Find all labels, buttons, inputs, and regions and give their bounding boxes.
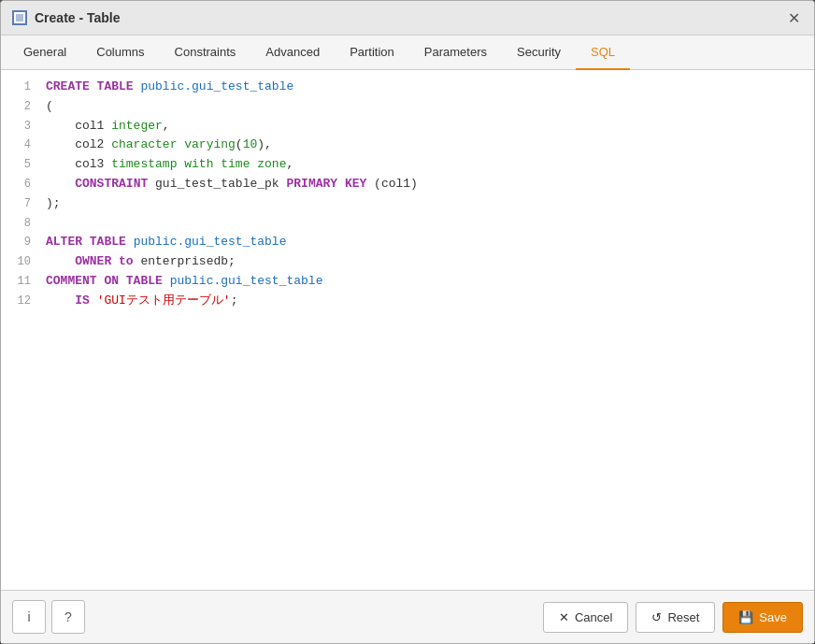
create-table-dialog: Create - Table ✕ General Columns Constra… — [0, 0, 815, 644]
save-icon: 💾 — [738, 610, 753, 624]
code-line-12: 12 IS 'GUIテスト用テーブル'; — [1, 292, 814, 311]
save-label: Save — [759, 610, 787, 624]
code-line-10: 10 OWNER to enterprisedb; — [1, 252, 814, 272]
info-button[interactable]: i — [12, 600, 46, 634]
line-number: 3 — [8, 118, 31, 136]
code-content: ( — [46, 97, 53, 117]
line-number: 8 — [8, 215, 31, 233]
cancel-button[interactable]: ✕ Cancel — [543, 602, 628, 633]
code-content: col2 character varying(10), — [46, 136, 272, 155]
code-line-2: 2 ( — [1, 97, 814, 117]
footer: i ? ✕ Cancel ↺ Reset 💾 Save — [1, 590, 814, 643]
line-number: 12 — [8, 293, 31, 310]
tab-columns[interactable]: Columns — [81, 36, 159, 70]
tab-bar: General Columns Constraints Advanced Par… — [1, 36, 814, 70]
tab-constraints[interactable]: Constraints — [160, 36, 251, 70]
code-line-3: 3 col1 integer, — [1, 117, 814, 136]
code-content: IS 'GUIテスト用テーブル'; — [46, 292, 237, 311]
title-bar: Create - Table ✕ — [1, 1, 814, 36]
footer-left: i ? — [12, 600, 85, 634]
help-button[interactable]: ? — [51, 600, 85, 634]
line-number: 6 — [8, 176, 31, 193]
dialog-title: Create - Table — [35, 10, 121, 25]
line-number: 7 — [8, 195, 31, 213]
code-content: CONSTRAINT gui_test_table_pk PRIMARY KEY… — [46, 175, 418, 194]
code-content: ); — [46, 194, 61, 214]
code-line-8: 8 — [1, 214, 814, 234]
sql-editor-area[interactable]: 1 CREATE TABLE public.gui_test_table 2 (… — [1, 70, 814, 590]
tab-partition[interactable]: Partition — [335, 36, 409, 70]
reset-label: Reset — [667, 610, 699, 624]
help-icon: ? — [64, 609, 72, 624]
tab-advanced[interactable]: Advanced — [250, 36, 335, 70]
code-content — [46, 214, 53, 234]
code-content: col3 timestamp with time zone, — [46, 155, 293, 175]
line-number: 2 — [8, 98, 31, 116]
code-content: COMMENT ON TABLE public.gui_test_table — [46, 272, 322, 292]
reset-button[interactable]: ↺ Reset — [636, 602, 715, 633]
line-number: 10 — [8, 253, 31, 271]
tab-parameters[interactable]: Parameters — [409, 36, 502, 70]
code-line-7: 7 ); — [1, 194, 814, 214]
tab-general[interactable]: General — [8, 36, 81, 70]
code-content: col1 integer, — [46, 117, 170, 136]
save-button[interactable]: 💾 Save — [722, 602, 803, 633]
footer-right: ✕ Cancel ↺ Reset 💾 Save — [543, 602, 803, 633]
line-number: 5 — [8, 156, 31, 174]
code-line-6: 6 CONSTRAINT gui_test_table_pk PRIMARY K… — [1, 175, 814, 194]
code-line-4: 4 col2 character varying(10), — [1, 136, 814, 155]
title-bar-left: Create - Table — [12, 10, 121, 25]
code-content: OWNER to enterprisedb; — [46, 252, 236, 272]
reset-icon: ↺ — [651, 610, 662, 624]
code-line-9: 9 ALTER TABLE public.gui_test_table — [1, 233, 814, 252]
line-number: 1 — [8, 79, 31, 96]
line-number: 4 — [8, 136, 31, 154]
code-line-11: 11 COMMENT ON TABLE public.gui_test_tabl… — [1, 272, 814, 292]
tab-sql[interactable]: SQL — [576, 36, 630, 70]
line-number: 9 — [8, 234, 31, 251]
code-content: CREATE TABLE public.gui_test_table — [46, 78, 293, 97]
dialog-icon — [12, 10, 27, 25]
cancel-icon: ✕ — [559, 610, 569, 624]
code-content: ALTER TABLE public.gui_test_table — [46, 233, 286, 252]
info-icon: i — [27, 609, 30, 624]
close-button[interactable]: ✕ — [784, 8, 803, 27]
code-line-5: 5 col3 timestamp with time zone, — [1, 155, 814, 175]
code-line-1: 1 CREATE TABLE public.gui_test_table — [1, 78, 814, 97]
sql-editor: 1 CREATE TABLE public.gui_test_table 2 (… — [1, 70, 814, 590]
cancel-label: Cancel — [575, 610, 612, 624]
line-number: 11 — [8, 273, 31, 291]
tab-security[interactable]: Security — [502, 36, 576, 70]
